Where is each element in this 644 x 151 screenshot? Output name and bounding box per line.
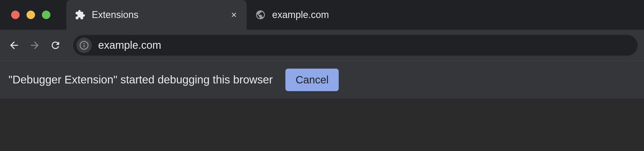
address-bar[interactable]: example.com: [73, 35, 638, 56]
window-zoom-button[interactable]: [42, 11, 50, 19]
tab-strip: Extensions example.com: [66, 0, 644, 30]
cancel-button[interactable]: Cancel: [285, 69, 339, 91]
tab-close-button[interactable]: [230, 11, 238, 19]
close-icon: [230, 11, 238, 19]
tab-title: example.com: [272, 9, 350, 20]
titlebar: Extensions example.com: [0, 0, 644, 30]
reload-icon: [50, 40, 61, 51]
window-controls: [0, 11, 50, 19]
site-info-button[interactable]: [76, 38, 92, 53]
reload-button[interactable]: [48, 38, 63, 53]
window-close-button[interactable]: [11, 11, 20, 19]
tab-title: Extensions: [92, 9, 138, 20]
tab-extensions[interactable]: Extensions: [66, 0, 247, 30]
extension-puzzle-icon: [75, 10, 85, 20]
url-display: example.com: [98, 39, 161, 51]
arrow-right-icon: [29, 39, 41, 51]
toolbar: example.com: [0, 30, 644, 61]
tab-example-com[interactable]: example.com: [247, 0, 358, 30]
svg-point-2: [84, 43, 85, 44]
arrow-left-icon: [8, 39, 20, 51]
window-minimize-button[interactable]: [27, 11, 35, 19]
forward-button[interactable]: [27, 38, 42, 53]
infobar-message: "Debugger Extension" started debugging t…: [8, 73, 273, 86]
back-button[interactable]: [6, 38, 22, 53]
info-icon: [79, 41, 89, 50]
debugger-infobar: "Debugger Extension" started debugging t…: [0, 61, 644, 99]
globe-icon: [255, 10, 266, 20]
svg-rect-1: [84, 45, 85, 47]
